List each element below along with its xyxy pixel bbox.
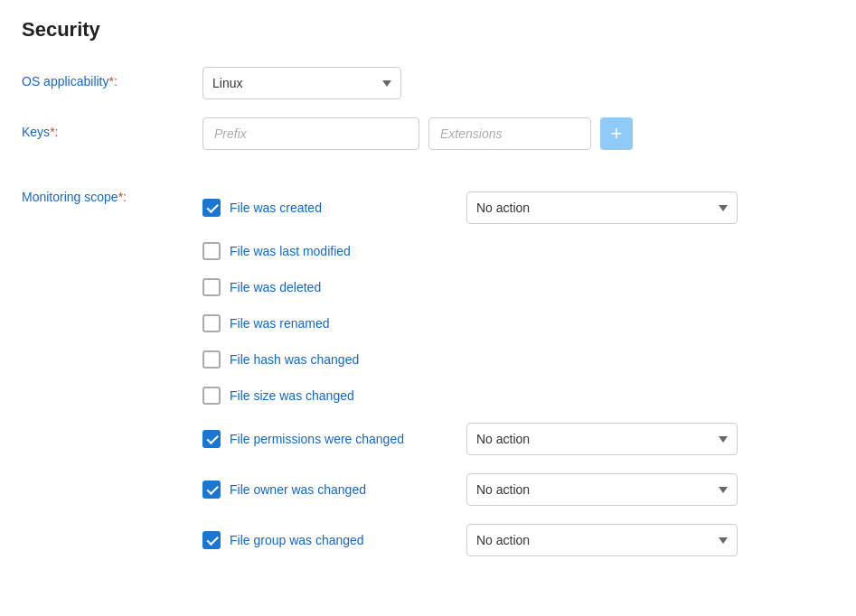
page-title: Security — [22, 18, 834, 42]
monitoring-item: File group was changedNo actionAlertBloc… — [202, 515, 834, 565]
checkbox-file-created[interactable] — [202, 199, 221, 217]
checkbox-file-size-changed[interactable] — [202, 387, 221, 405]
action-select-file-owner-changed[interactable]: No actionAlertBlockQuarantine — [466, 473, 738, 506]
keys-controls: + — [202, 117, 834, 150]
monitoring-item: File was last modified — [202, 233, 834, 269]
prefix-input[interactable] — [202, 117, 419, 150]
checkbox-file-permissions-changed[interactable] — [202, 430, 221, 448]
checkbox-file-group-changed[interactable] — [202, 531, 221, 549]
checkbox-file-hash-changed[interactable] — [202, 350, 221, 369]
os-label: OS applicability*: — [22, 67, 202, 89]
monitoring-item: File owner was changedNo actionAlertBloc… — [202, 464, 834, 515]
monitoring-scope-row: Monitoring scope*: File was createdNo ac… — [22, 182, 834, 565]
monitoring-item: File was deleted — [202, 269, 834, 305]
monitoring-item-label: File was last modified — [230, 244, 351, 258]
monitoring-label: Monitoring scope*: — [22, 182, 202, 204]
monitoring-item-label: File was deleted — [230, 280, 321, 294]
monitoring-item: File permissions were changedNo actionAl… — [202, 414, 834, 464]
monitoring-item: File was renamed — [202, 305, 834, 341]
keys-label: Keys*: — [22, 117, 202, 139]
os-select[interactable]: Linux Windows macOS — [202, 67, 401, 99]
monitoring-item: File was createdNo actionAlertBlockQuara… — [202, 182, 834, 233]
os-applicability-row: OS applicability*: Linux Windows macOS — [22, 67, 834, 99]
action-select-file-permissions-changed[interactable]: No actionAlertBlockQuarantine — [466, 423, 738, 455]
checkbox-file-owner-changed[interactable] — [202, 481, 221, 499]
monitoring-item-label: File size was changed — [230, 388, 354, 403]
checkbox-file-renamed[interactable] — [202, 314, 221, 332]
extensions-input[interactable] — [428, 117, 591, 150]
monitoring-item-label: File was created — [230, 201, 322, 215]
os-controls: Linux Windows macOS — [202, 67, 834, 99]
monitoring-item-label: File permissions were changed — [230, 432, 404, 446]
action-select-file-group-changed[interactable]: No actionAlertBlockQuarantine — [466, 524, 738, 556]
monitoring-item-label: File group was changed — [230, 533, 364, 547]
monitoring-item-label: File hash was changed — [230, 352, 359, 367]
monitoring-item-label: File owner was changed — [230, 482, 366, 497]
monitoring-controls: File was createdNo actionAlertBlockQuara… — [202, 182, 834, 565]
checkbox-file-last-modified[interactable] — [202, 242, 221, 260]
monitoring-item: File size was changed — [202, 378, 834, 414]
add-key-button[interactable]: + — [600, 117, 633, 150]
monitoring-item: File hash was changed — [202, 341, 834, 378]
action-select-file-created[interactable]: No actionAlertBlockQuarantine — [466, 191, 738, 224]
checkbox-file-deleted[interactable] — [202, 278, 221, 296]
monitoring-item-label: File was renamed — [230, 316, 330, 331]
keys-row: Keys*: + — [22, 117, 834, 150]
